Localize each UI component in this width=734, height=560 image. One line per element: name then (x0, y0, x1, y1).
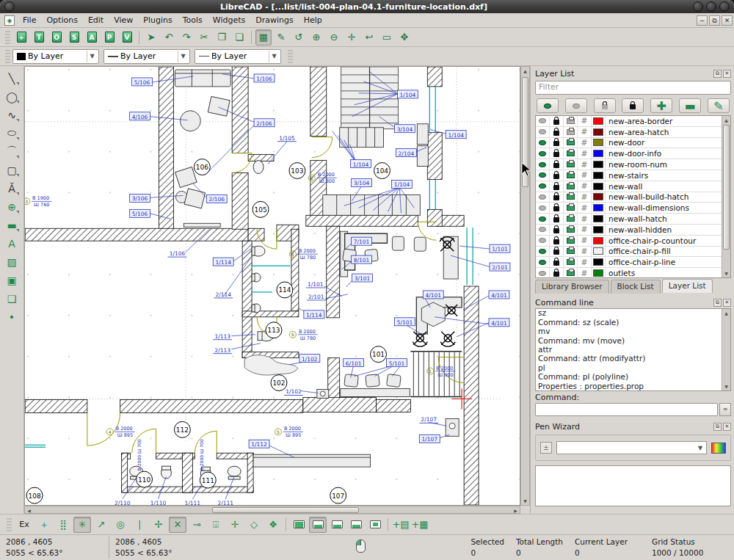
layer-construction-icon[interactable]: # (578, 247, 592, 257)
layer-color-swatch[interactable] (592, 127, 606, 137)
layer-visibility-icon[interactable] (536, 268, 550, 278)
layer-print-icon[interactable] (564, 138, 578, 148)
snap-intersection-button[interactable]: ✕ (169, 517, 186, 533)
layer-print-icon[interactable] (564, 257, 578, 267)
layer-lock-icon[interactable] (550, 268, 564, 278)
document-icon[interactable]: ◈ (4, 15, 15, 26)
tab-block-list[interactable]: Block List (611, 280, 661, 294)
layer-print-icon[interactable] (564, 214, 578, 224)
layer-visibility-icon[interactable] (536, 181, 550, 192)
layer-print-icon[interactable] (564, 247, 578, 257)
layer-color-swatch[interactable] (592, 214, 606, 224)
pen-linetype-combo[interactable]: By Layer ▼ (103, 49, 190, 64)
layer-visibility-icon[interactable] (536, 116, 550, 126)
layer-color-swatch[interactable] (592, 181, 606, 192)
snap-on-entity-button[interactable]: ↗ (92, 517, 110, 533)
pen-wizard-add-button[interactable]: ± (540, 442, 552, 454)
horizontal-scroll-thumb[interactable] (212, 507, 359, 513)
scroll-down-icon[interactable]: ▼ (722, 269, 730, 277)
line-tool[interactable]: ╲ (2, 69, 21, 87)
layer-color-swatch[interactable] (592, 268, 606, 278)
layer-print-icon[interactable] (564, 203, 578, 213)
copy-button[interactable]: ❐ (214, 29, 230, 46)
toolbar-grip[interactable] (5, 50, 10, 63)
status-widget-toggle-4-button[interactable] (347, 517, 365, 533)
horizontal-scrollbar[interactable]: ◀ ▶ (24, 506, 520, 514)
status-widget-toggle-1-button[interactable] (290, 517, 308, 533)
menu-help[interactable]: Help (299, 14, 327, 26)
hatch-tool[interactable]: ▨ (2, 252, 21, 271)
close-button[interactable] (719, 1, 730, 12)
layer-construction-icon[interactable]: # (578, 203, 592, 213)
layer-visibility-icon[interactable] (536, 214, 550, 224)
layer-row[interactable]: #new-wall-dimensions (536, 203, 730, 214)
print-preview-button[interactable]: V (119, 29, 135, 46)
command-history[interactable]: ▲ ▼ Command: pl (polyline)szCommand: sz … (535, 308, 731, 391)
layer-color-swatch[interactable] (592, 203, 606, 213)
float-panel-icon[interactable]: ⧉ (713, 299, 722, 307)
layer-print-icon[interactable] (564, 116, 578, 126)
layer-row[interactable]: #new-wall (536, 181, 730, 192)
layer-print-icon[interactable] (564, 181, 578, 192)
zoom-window-button[interactable]: ▭ (379, 29, 395, 46)
float-panel-icon[interactable]: ⧉ (713, 423, 722, 431)
menu-tools[interactable]: Tools (178, 14, 208, 26)
layer-print-icon[interactable] (564, 127, 578, 137)
zoom-out-button[interactable]: ⊖ (326, 29, 342, 46)
layer-visibility-icon[interactable] (536, 148, 550, 159)
pen-wizard-combo[interactable]: ▼ (556, 441, 707, 454)
layer-lock-icon[interactable] (550, 203, 564, 213)
lock-relative-zero-button[interactable]: ◇ (245, 517, 263, 533)
layer-visibility-icon[interactable] (536, 257, 550, 267)
layer-lock-icon[interactable] (550, 214, 564, 224)
layer-lock-icon[interactable] (550, 148, 564, 159)
layer-construction-icon[interactable]: # (578, 225, 592, 235)
snap-distance-button[interactable]: ✢ (150, 517, 167, 533)
menu-plugins[interactable]: Plugins (138, 14, 177, 26)
layer-lock-icon[interactable] (550, 116, 564, 126)
layer-lock-icon[interactable] (550, 181, 564, 192)
color-palette-icon[interactable] (711, 443, 726, 454)
layer-row[interactable]: #new-room-num (536, 159, 730, 170)
layer-row[interactable]: #new-door-info (536, 148, 730, 159)
layer-row[interactable]: #outlets (536, 268, 730, 278)
restrict-vertical-button[interactable]: ⍗ (207, 517, 225, 533)
mdi-restore-button[interactable]: ⧉ (709, 15, 720, 26)
auto-zoom-button[interactable]: ✛ (344, 29, 360, 46)
layer-row[interactable]: #new-area-border (536, 116, 730, 127)
curve-tool[interactable]: ∿ (2, 106, 21, 124)
modify-tool[interactable]: ⊕ (2, 197, 21, 216)
scroll-left-icon[interactable]: ◀ (25, 506, 33, 514)
minimize-button[interactable] (693, 1, 703, 12)
pen-width-combo[interactable]: By Layer ▼ (195, 49, 281, 64)
restrict-horizontal-button[interactable]: ⊸ (188, 517, 206, 533)
exclusive-snap-button[interactable]: Ex (15, 517, 34, 533)
tab-library-browser[interactable]: Library Browser (535, 280, 609, 294)
restrict-orthogonal-button[interactable]: ✛ (226, 517, 244, 533)
snap-center-button[interactable]: ◎ (112, 517, 129, 533)
close-panel-icon[interactable]: ✕ (723, 70, 731, 78)
layer-print-icon[interactable] (564, 236, 578, 246)
zoom-in-button[interactable]: ⊕ (308, 29, 324, 46)
vertical-scrollbar[interactable]: ▲ ▼ (520, 66, 530, 506)
paste-button[interactable]: ❏ (231, 29, 247, 46)
unlock-all-layers-button[interactable] (594, 98, 616, 113)
layer-color-swatch[interactable] (592, 247, 606, 257)
pen-wizard-list[interactable] (535, 465, 731, 506)
modify-layer-button[interactable]: ✎ (708, 98, 730, 113)
layer-lock-icon[interactable] (550, 192, 564, 203)
cut-button[interactable]: ✂ (196, 29, 212, 46)
toggle-block-list-widget-button[interactable]: +▦ (411, 517, 429, 533)
layer-lock-icon[interactable] (550, 257, 564, 267)
layer-construction-icon[interactable]: # (578, 236, 592, 246)
layer-print-icon[interactable] (564, 225, 578, 235)
dimension-tool[interactable]: Ă (2, 179, 21, 197)
polyline-tool[interactable]: ⌒ (2, 142, 21, 161)
previous-view-button[interactable]: ↩ (361, 29, 377, 46)
layer-construction-icon[interactable]: # (578, 268, 592, 278)
layer-row[interactable]: #new-area-hatch (536, 127, 730, 138)
layer-lock-icon[interactable] (550, 170, 564, 181)
layer-color-swatch[interactable] (592, 170, 606, 181)
open-button[interactable]: O (48, 29, 65, 46)
select-tool[interactable]: ▢ (2, 161, 21, 179)
